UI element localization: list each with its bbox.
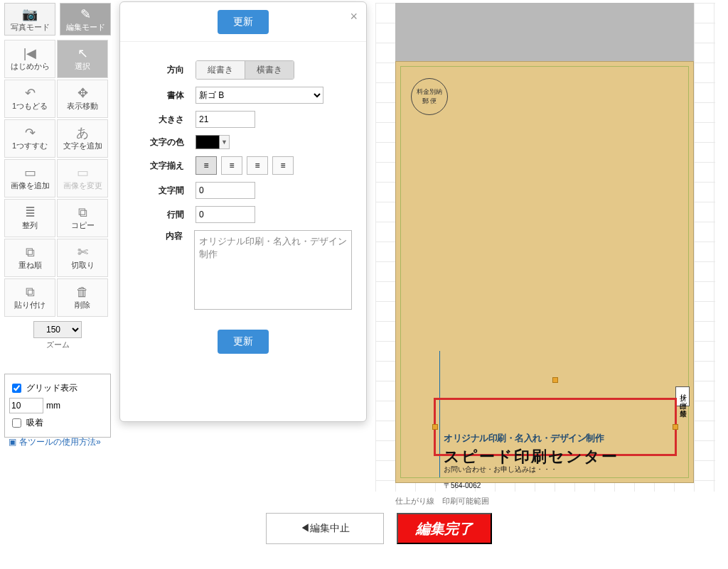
pencil-icon: ✎ — [80, 6, 91, 22]
tool-add-image[interactable]: ▭画像を追加 — [4, 159, 55, 197]
design-canvas[interactable]: 料金別納 郵 便 折り曲げ厳禁 オリジナル印刷・名入れ・デザイン制作 スピード印… — [375, 3, 715, 492]
undo-icon: ↶ — [25, 87, 36, 99]
tool-layer[interactable]: ⧉重ね順 — [4, 239, 55, 277]
content-textarea[interactable] — [194, 230, 352, 310]
align-left-button[interactable]: ≡ — [196, 156, 217, 175]
content-label: 内容 — [134, 230, 183, 242]
zoom-select[interactable]: 150 — [33, 321, 82, 338]
size-input[interactable] — [196, 111, 255, 128]
tool-cut[interactable]: ✄切取り — [57, 239, 108, 277]
close-icon[interactable]: × — [350, 9, 358, 24]
rotate-handle[interactable] — [552, 377, 558, 383]
restart-icon: |◀ — [23, 47, 37, 60]
canvas-footnote: 仕上がり線 印刷可能範囲 — [395, 496, 489, 506]
line-spacing-input[interactable] — [196, 206, 255, 223]
chevron-down-icon[interactable]: ▼ — [220, 135, 230, 149]
edit-mode-tab[interactable]: ✎ 編集モード — [60, 3, 111, 36]
image-swap-icon: ▭ — [77, 166, 89, 179]
image-icon: ▭ — [24, 166, 36, 179]
display-options: グリッド表示 mm 吸着 — [4, 374, 111, 438]
cursor-icon: ↖ — [77, 47, 88, 60]
tool-change-image[interactable]: ▭画像を変更 — [57, 159, 108, 197]
envelope-note-text[interactable]: お問い合わせ・お申し込みは・・・ — [444, 465, 557, 475]
camera-icon: 📷 — [22, 6, 38, 22]
grid-unit-label: mm — [46, 401, 60, 411]
tool-pan[interactable]: ✥表示移動 — [57, 80, 108, 118]
tool-restart[interactable]: |◀はじめから — [4, 40, 55, 78]
edit-mode-label: 編集モード — [66, 22, 105, 33]
snap-toggle[interactable] — [12, 418, 21, 428]
envelope-address-block[interactable]: 〒564-0062 — [444, 480, 481, 491]
complete-edit-button[interactable]: 編集完了 — [397, 513, 492, 544]
envelope-subline-text[interactable]: オリジナル印刷・名入れ・デザイン制作 — [444, 432, 604, 445]
align-justify-button[interactable]: ≡ — [272, 156, 294, 175]
font-select[interactable]: 新ゴ B — [196, 87, 323, 104]
fold-warning-label[interactable]: 折り曲げ厳禁 — [675, 386, 690, 406]
grid-toggle-label: グリッド表示 — [26, 382, 77, 394]
font-label: 書体 — [134, 90, 184, 102]
horizontal-writing-button[interactable]: 横書き — [245, 61, 294, 79]
size-label: 大きさ — [134, 114, 184, 126]
tool-copy[interactable]: ⧉コピー — [57, 199, 108, 237]
tool-paste[interactable]: ⧉貼り付け — [4, 278, 55, 317]
scissors-icon: ✄ — [77, 246, 88, 259]
grid-size-input[interactable] — [9, 398, 43, 413]
paste-icon: ⧉ — [26, 286, 35, 298]
line-spacing-label: 行間 — [134, 209, 184, 221]
photo-mode-tab[interactable]: 📷 写真モード — [4, 3, 55, 36]
align-center-button[interactable]: ≡ — [221, 156, 242, 175]
cancel-edit-button[interactable]: ◀編集中止 — [266, 513, 384, 544]
letter-spacing-input[interactable] — [196, 182, 255, 199]
grid-toggle[interactable] — [12, 384, 21, 393]
layer-icon: ⧉ — [26, 246, 35, 259]
tool-undo[interactable]: ↶1つもどる — [4, 80, 55, 118]
snap-toggle-label: 吸着 — [26, 417, 43, 429]
trash-icon: 🗑 — [76, 286, 89, 298]
envelope-flap — [395, 3, 694, 61]
update-button-bottom[interactable]: 更新 — [218, 330, 269, 354]
tool-align[interactable]: ≣整列 — [4, 199, 55, 237]
book-icon: ▣ — [9, 437, 16, 447]
zoom-label: ズーム — [46, 340, 70, 350]
vertical-writing-button[interactable]: 縦書き — [196, 61, 245, 79]
letter-spacing-label: 文字間 — [134, 185, 184, 197]
photo-mode-label: 写真モード — [11, 22, 50, 33]
left-toolbar: |◀はじめから ↖選択 ↶1つもどる ✥表示移動 ↷1つすすむ あ文字を追加 ▭… — [4, 40, 111, 350]
color-swatch[interactable] — [196, 135, 220, 149]
move-icon: ✥ — [77, 87, 88, 99]
tool-redo[interactable]: ↷1つすすむ — [4, 119, 55, 158]
direction-label: 方向 — [134, 64, 184, 76]
redo-icon: ↷ — [25, 126, 36, 139]
tool-select[interactable]: ↖選択 — [57, 40, 108, 78]
resize-handle-w[interactable] — [432, 424, 438, 430]
align-icon: ≣ — [25, 206, 36, 219]
color-label: 文字の色 — [134, 136, 184, 148]
tool-add-text[interactable]: あ文字を追加 — [57, 119, 108, 158]
align-label: 文字揃え — [134, 160, 184, 172]
tool-delete[interactable]: 🗑削除 — [57, 278, 108, 317]
copy-icon: ⧉ — [78, 206, 87, 219]
align-right-button[interactable]: ≡ — [247, 156, 268, 175]
help-link[interactable]: ▣各ツールの使用方法» — [9, 436, 101, 448]
resize-handle-e[interactable] — [673, 424, 678, 430]
text-icon: あ — [76, 126, 89, 139]
postage-stamp[interactable]: 料金別納 郵 便 — [411, 78, 448, 115]
update-button-top[interactable]: 更新 — [218, 10, 269, 34]
text-properties-panel: 更新 × 方向 縦書き 横書き 書体 新ゴ B 大きさ 文字の色 ▼ 文字揃え … — [119, 1, 367, 422]
